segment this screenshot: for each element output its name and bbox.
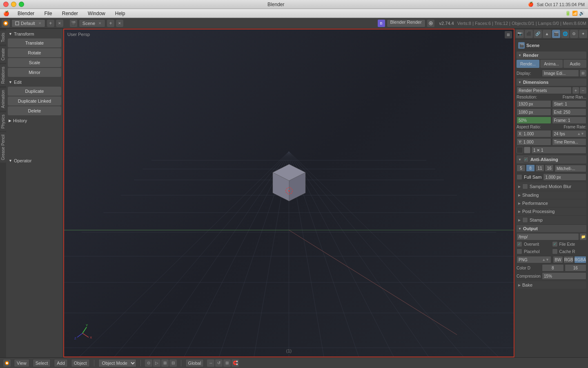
maximize-button[interactable] — [19, 2, 24, 7]
rpanel-tab-data[interactable]: ▲ — [543, 30, 551, 38]
viewport-icon-2[interactable]: ▷ — [153, 359, 160, 367]
dimensions-header[interactable]: ▼ Dimensions — [517, 79, 586, 86]
sidebar-tab-relations[interactable]: Relations — [0, 64, 6, 86]
rpanel-tab-render[interactable]: 🎬 — [552, 30, 560, 38]
scene-tab-close[interactable]: ✕ — [98, 21, 102, 25]
filter-field[interactable]: Mitchell-... — [555, 165, 586, 172]
blender-menu[interactable]: Blender — [16, 10, 36, 17]
output-header[interactable]: ▼ Output — [517, 225, 586, 232]
rpanel-tab-camera[interactable]: 📷 — [516, 30, 524, 38]
transform-icon-3[interactable]: ⊞ — [223, 359, 231, 367]
performance-section[interactable]: ▶ Performance — [517, 200, 586, 207]
aa-num-8[interactable]: 8 — [526, 164, 535, 172]
render-subtab-render[interactable]: Rende... — [517, 60, 539, 68]
close-button[interactable] — [3, 2, 9, 7]
window-menu[interactable]: Window — [86, 10, 107, 17]
smb-checkbox[interactable] — [522, 184, 528, 189]
display-icon[interactable]: ⊞ — [580, 70, 586, 76]
start-field[interactable]: Start: 1 — [552, 100, 587, 108]
translate-button[interactable]: Translate — [8, 38, 61, 47]
apple-menu[interactable]: 🍎 — [3, 11, 9, 16]
res-x-field[interactable]: 1920 px — [517, 100, 551, 108]
render-engine-select[interactable]: Blender Render — [387, 19, 425, 27]
full-sam-checkbox[interactable] — [517, 174, 522, 180]
render-subtab-audio[interactable]: Audio — [564, 60, 586, 68]
res-y-field[interactable]: 1080 px — [517, 108, 551, 116]
stamp-section[interactable]: ▶ Stamp — [517, 216, 586, 224]
viewport-icon-3[interactable]: ⊞ — [161, 359, 169, 367]
rgb-btn[interactable]: RGB — [564, 256, 574, 263]
edit-section-header[interactable]: ▼ Edit — [8, 79, 61, 86]
aa-num-5[interactable]: 5 — [517, 164, 526, 172]
time-remaining-field[interactable]: Time Rema... — [552, 138, 587, 146]
sampled-motion-blur-section[interactable]: ▶ Sampled Motion Blur — [517, 182, 586, 191]
format-field[interactable]: PNG ▲▼ — [517, 256, 551, 263]
close-workspace-button[interactable]: ✕ — [56, 20, 63, 27]
rgba-btn[interactable]: RGBA — [574, 256, 586, 263]
end-field[interactable]: End: 250 — [552, 108, 587, 116]
display-field[interactable]: Image Edi... — [542, 70, 579, 77]
file-menu[interactable]: File — [42, 10, 53, 17]
percent-field[interactable]: 50% — [517, 117, 551, 124]
aa-header[interactable]: ▼ Anti-Aliasing — [517, 155, 586, 164]
aa-num-16[interactable]: 16 — [545, 164, 554, 172]
rpanel-tab-world[interactable]: ⚙ — [570, 30, 578, 38]
fileext-checkbox[interactable] — [552, 241, 558, 247]
select-menu-button[interactable]: Select — [33, 359, 51, 367]
aspect-y-field[interactable]: Y: 1.000 — [517, 138, 551, 146]
mode-select[interactable]: Object Mode — [98, 359, 136, 367]
mirror-button[interactable]: Mirror — [8, 68, 61, 77]
transform-section-header[interactable]: ▼ Transform — [8, 30, 61, 38]
rpanel-tab-cube[interactable]: ⬛ — [525, 30, 533, 38]
bw-btn[interactable]: BW — [553, 256, 563, 263]
presets-remove[interactable]: − — [580, 87, 586, 94]
add-scene-button[interactable]: + — [107, 20, 114, 27]
output-path-field[interactable]: /tmp/ — [517, 233, 579, 240]
view-menu-button[interactable]: View — [14, 359, 29, 367]
aa-num-11[interactable]: 11 — [535, 164, 544, 172]
viewport-ctrl-1[interactable]: ⊞ — [505, 31, 512, 38]
sidebar-tab-create[interactable]: Create — [0, 46, 6, 63]
frame-field[interactable]: Frame: 1 — [552, 117, 587, 124]
global-select[interactable]: Global — [185, 359, 204, 367]
transform-icon-1[interactable]: ↔ — [207, 359, 214, 367]
color-swatch-2[interactable] — [524, 147, 530, 153]
help-menu[interactable]: Help — [114, 10, 127, 17]
color-swatch-1[interactable] — [517, 147, 523, 153]
bottom-blender-icon[interactable] — [3, 359, 11, 367]
duplicate-linked-button[interactable]: Duplicate Linked — [8, 96, 61, 105]
post-processing-section[interactable]: ▶ Post Processing — [517, 208, 586, 215]
rpanel-tab-particles[interactable]: ✦ — [579, 30, 587, 38]
history-section-header[interactable]: ▶ History — [8, 117, 61, 124]
render-subtab-anim[interactable]: Anima... — [540, 60, 563, 68]
viewport-icon-4[interactable]: ⊟ — [169, 359, 177, 367]
color-d-16[interactable]: 16 — [565, 264, 587, 272]
sidebar-tab-physics[interactable]: Physics — [0, 112, 6, 131]
delete-button[interactable]: Delete — [8, 106, 61, 115]
workspace-tab[interactable]: Default ✕ — [11, 19, 45, 27]
minimize-button[interactable] — [11, 2, 16, 7]
operator-section-header[interactable]: ▼ Operator — [8, 157, 61, 164]
sidebar-tab-tools[interactable]: Tools — [0, 30, 6, 45]
workspace-tab-close[interactable]: ✕ — [38, 21, 42, 25]
render-menu[interactable]: Render — [60, 10, 80, 17]
sidebar-tab-grease[interactable]: Grease Pencil — [0, 132, 6, 163]
add-workspace-button[interactable]: + — [47, 20, 54, 27]
aa-checkbox[interactable] — [523, 157, 529, 162]
color-d-8[interactable]: 8 — [542, 264, 564, 272]
rotate-button[interactable]: Rotate — [8, 48, 61, 57]
presets-add[interactable]: + — [572, 87, 579, 94]
scale-button[interactable]: Scale — [8, 58, 61, 67]
placeholder-checkbox[interactable] — [517, 249, 522, 254]
tiles-field[interactable]: 1 ✕ 1 — [531, 146, 586, 154]
stamp-checkbox[interactable] — [522, 217, 528, 223]
duplicate-button[interactable]: Duplicate — [8, 87, 61, 96]
object-menu-button[interactable]: Object — [71, 359, 90, 367]
add-menu-button[interactable]: Add — [54, 359, 68, 367]
viewport-icon-1[interactable]: ⊙ — [145, 359, 152, 367]
viewport-3d[interactable]: User Persp — [63, 29, 514, 357]
rpanel-tab-constraints[interactable]: 🔗 — [534, 30, 542, 38]
magnet-icon[interactable]: 🧲 — [232, 359, 239, 367]
render-section-header[interactable]: ▼ Render — [517, 52, 586, 59]
output-browse-icon[interactable]: 📁 — [580, 233, 586, 240]
